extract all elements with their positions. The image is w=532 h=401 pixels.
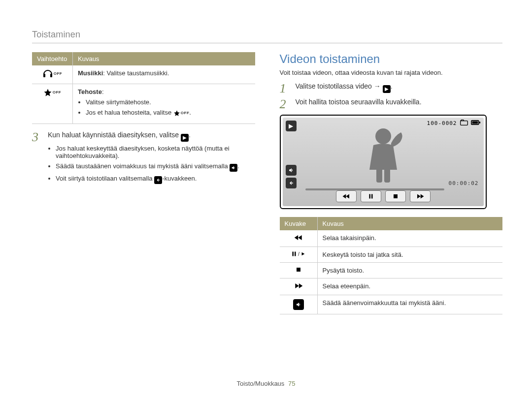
svg-rect-10	[371, 194, 373, 199]
svg-rect-12	[292, 252, 294, 256]
step1-after: .	[391, 82, 393, 90]
options-row1-main: Tehoste	[78, 88, 102, 95]
options-table-head-desc: Kuvaus	[73, 52, 255, 65]
step-3: 3 Kun haluat käynnistää diaesityksen, va…	[32, 131, 255, 187]
svg-rect-0	[43, 74, 45, 77]
options-row1-bullet: Jos et halua tehosteita, valitse OFF .	[86, 109, 250, 117]
forward-icon	[294, 283, 303, 291]
svg-rect-1	[50, 74, 52, 77]
icon-description-table: Kuvake Kuvaus Selaa takaisinpäin. /	[280, 217, 503, 314]
options-table-row: OFF Tehoste: Valitse siirtymätehoste. Jo…	[32, 84, 255, 124]
footer-page-number: 75	[288, 380, 295, 387]
step3-after: .	[189, 131, 191, 139]
right-heading: Videon toistaminen	[280, 52, 503, 66]
headphones-off-icon: OFF	[42, 69, 63, 78]
right-intro: Voit toistaa videon, ottaa videosta kuva…	[280, 69, 503, 76]
rewind-button	[336, 190, 357, 202]
step-1: 1 Valitse toistotilassa video → ▶.	[280, 82, 503, 95]
play-icon: ▶	[383, 85, 391, 93]
section-divider	[32, 43, 502, 43]
step-number: 1	[280, 82, 290, 95]
options-row1-suffix: :	[102, 88, 104, 95]
svg-point-6	[375, 128, 391, 144]
file-label: 100-0002	[427, 120, 457, 126]
pause-play-icon: /	[291, 251, 305, 257]
left-column: Vaihtoehto Kuvaus OFF Musiikki:	[32, 52, 255, 314]
options-row1-bullet: Valitse siirtymätehoste.	[86, 98, 250, 106]
pause-button	[361, 190, 381, 202]
icon-desc: Säädä äänenvoimakkuutta tai mykistä ääni…	[317, 295, 502, 314]
table-row: Selaa takaisinpäin.	[280, 230, 503, 247]
svg-rect-8	[384, 168, 390, 183]
step-number: 3	[32, 131, 42, 187]
icon-desc: Keskeytä toisto tai jatka sitä.	[317, 247, 502, 263]
svg-rect-2	[460, 121, 467, 125]
icon-desc: Selaa takaisinpäin.	[317, 230, 502, 247]
svg-rect-5	[472, 122, 478, 124]
volume-icon	[293, 299, 304, 310]
rewind-icon	[294, 235, 303, 243]
step3-bullet: Säädä taustaäänen voimakkuus tai mykistä…	[56, 162, 255, 172]
options-row0-main: Musiikki	[78, 69, 103, 77]
play-icon: ▶	[181, 134, 189, 142]
player-controls	[283, 188, 484, 204]
table-row: Pysäytä toisto.	[280, 263, 503, 278]
icon-table-head-desc: Kuvaus	[317, 217, 502, 230]
status-bar: 100-0002	[427, 120, 481, 127]
star-off-icon: OFF	[173, 110, 190, 117]
icon-desc: Pysäytä toisto.	[317, 263, 502, 278]
icon-desc: Selaa eteenpäin.	[317, 278, 502, 295]
svg-rect-13	[295, 252, 296, 256]
options-table-row: OFF Musiikki: Valitse taustamusiikki.	[32, 65, 255, 84]
svg-rect-7	[376, 168, 382, 183]
volume-icon	[286, 165, 297, 176]
step3-bullet: Jos haluat keskeyttää diaesityksen, kosk…	[56, 145, 255, 159]
step1-text: Valitse toistotilassa video →	[296, 82, 383, 90]
footer-label: Toisto/Muokkaus	[237, 380, 285, 387]
icon-table-head-icon: Kuvake	[280, 217, 318, 230]
table-row: / Keskeytä toisto tai jatka sitä.	[280, 247, 503, 263]
playback-time: 00:00:02	[449, 180, 479, 186]
options-table: Vaihtoehto Kuvaus OFF Musiikki:	[32, 52, 255, 124]
playback-mode-icon: ▶	[286, 121, 297, 131]
battery-icon	[471, 120, 481, 127]
folder-icon	[460, 120, 468, 127]
volume-icon	[230, 164, 237, 172]
back-icon	[154, 176, 162, 184]
step3-text: Kun haluat käynnistää diaesityksen, vali…	[48, 131, 181, 139]
stop-button	[385, 190, 406, 202]
back-icon	[286, 178, 297, 188]
step-2: 2 Voit hallita toistoa seuraavilla kuvak…	[280, 98, 503, 111]
step-number: 2	[280, 98, 290, 111]
svg-rect-11	[394, 194, 398, 198]
step3-bullet: Voit siirtyä toistotilaan valitsemalla -…	[56, 175, 255, 184]
video-thumbnail-silhouette	[349, 125, 418, 186]
page-footer: Toisto/Muokkaus 75	[0, 380, 532, 387]
section-header: Toistaminen	[32, 30, 502, 40]
table-row: Säädä äänenvoimakkuutta tai mykistä ääni…	[280, 295, 503, 314]
svg-rect-4	[479, 122, 480, 123]
step2-text: Voit hallita toistoa seuraavilla kuvakke…	[296, 98, 503, 111]
forward-button	[410, 190, 431, 202]
right-column: Videon toistaminen Voit toistaa videon, …	[280, 52, 503, 314]
video-player-mockup: ▶ 100-0002	[280, 115, 487, 209]
svg-rect-9	[369, 194, 370, 199]
options-table-head-option: Vaihtoehto	[32, 52, 73, 65]
star-off-icon: OFF	[43, 88, 62, 97]
table-row: Selaa eteenpäin.	[280, 278, 503, 295]
svg-rect-14	[297, 268, 300, 272]
options-row0-suffix: : Valitse taustamusiikki.	[103, 69, 169, 77]
stop-icon	[296, 267, 301, 274]
